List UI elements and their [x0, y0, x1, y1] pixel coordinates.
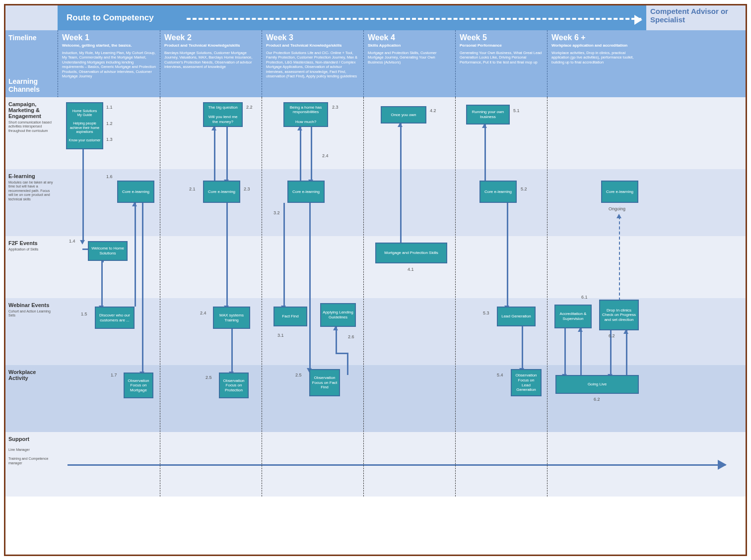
row-title: Support — [8, 436, 55, 442]
lbl-4-1: 4.1 — [408, 267, 414, 272]
week-2-sub: Product and Technical Knowledge/skills — [164, 43, 258, 48]
week-1-sub: Welcome, getting started, the basics. — [62, 43, 156, 48]
dashed-conn — [619, 216, 620, 301]
conn — [135, 203, 136, 307]
lbl-6-2b: 6.2 — [594, 397, 600, 402]
arrow-down-icon — [80, 240, 85, 245]
week-6-title: Week 6 + — [551, 33, 642, 42]
conn — [82, 149, 84, 241]
week-5-title: Week 5 — [460, 33, 543, 42]
card-accreditation: Accreditation & Supervision — [554, 305, 592, 328]
card-once-own: Once you own — [381, 106, 426, 124]
week-3-sub: Product and Technical Knowledge/skills — [266, 43, 359, 48]
week-col-6: Week 6 +Workplace application and accred… — [547, 30, 646, 97]
conn — [309, 203, 311, 369]
timeline-label: Timeline — [8, 34, 55, 42]
week-col-3: Week 3Product and Technical Knowledge/sk… — [262, 30, 363, 97]
row-body — [58, 432, 746, 497]
lbl-6-1: 6.1 — [581, 295, 588, 300]
card-discover: Discover who our customers are ... — [95, 307, 135, 329]
lbl-5-2: 5.2 — [521, 187, 527, 191]
card-obs-protection: Observation Focus on Protection — [219, 373, 249, 398]
card-responsibilities: Being a home has responsibilities How mu… — [283, 102, 328, 127]
conn — [347, 353, 348, 375]
row-title: Webinar Events — [8, 302, 55, 308]
card-mps: Mortgage and Protection Skills — [375, 243, 447, 263]
week-6-sub: Workplace application and accreditation — [551, 43, 642, 48]
dashed-arrow-icon — [187, 18, 641, 20]
row-title: E-learning — [8, 173, 55, 179]
arrow-up-icon — [616, 214, 621, 218]
row-label: E-learningModules can be taken at any ti… — [5, 169, 58, 236]
col-divider — [547, 97, 547, 497]
lbl-5-3: 5.3 — [483, 311, 489, 315]
route-band: Route to Competency — [58, 5, 646, 30]
conn — [300, 127, 301, 181]
row-body — [58, 365, 746, 432]
lbl-3-2: 3.2 — [273, 210, 280, 215]
card-going-live: Going Live — [555, 375, 639, 394]
row-title: Campaign, Marketing & Engagement — [8, 101, 55, 119]
learning-channels-label: Learning Channels — [8, 78, 55, 93]
lbl-1-2: 1.2 — [106, 121, 113, 126]
lbl-3-6: 2.6 — [348, 334, 354, 339]
card-el-w5: Core e-learning — [479, 181, 517, 203]
lbl-2-5: 2.5 — [205, 375, 212, 380]
diagram-frame: Route to Competency Competent Advisor or… — [4, 4, 747, 556]
row-label: Campaign, Marketing & EngagementShort co… — [5, 97, 58, 169]
lbl-3-4: 2.4 — [322, 153, 329, 158]
week-4-desc: Mortgage and Protection Skills, Customer… — [368, 51, 451, 64]
row-label: F2F EventsApplication of Skills — [5, 236, 58, 298]
conn — [336, 353, 348, 354]
conn — [311, 127, 312, 181]
card-obs-leadgen: Observation Focus on Lead Generation — [511, 369, 542, 396]
lbl-5-4: 5.4 — [497, 373, 503, 377]
conn — [522, 326, 523, 369]
conn — [101, 261, 104, 262]
week-col-5: Week 5Personal PerformanceGenerating You… — [455, 30, 547, 97]
week-col-2: Week 2Product and Technical Knowledge/sk… — [160, 30, 262, 97]
conn — [226, 203, 228, 307]
top-left-spacer — [5, 5, 58, 30]
conn — [101, 261, 103, 307]
col-divider — [160, 97, 160, 497]
week-5-desc: Generating Your Own Business, What Great… — [460, 51, 543, 64]
top-band: Route to Competency Competent Advisor or… — [5, 5, 746, 30]
conn — [226, 127, 228, 181]
week-3-title: Week 3 — [266, 33, 359, 42]
lbl-1-6: 1.6 — [106, 174, 113, 179]
lbl-2-1: 2.1 — [189, 187, 196, 191]
row-desc: Modules can be taken at any time but wil… — [8, 181, 55, 201]
week-2-title: Week 2 — [164, 33, 258, 42]
card-obs-factfind: Observation Focus on Fact Find — [309, 369, 340, 396]
col-divider — [262, 97, 262, 497]
row-label: Webinar EventsCohort and Action Learning… — [5, 298, 58, 365]
support-tcm: Training and Competence manager — [8, 457, 55, 465]
col-divider — [363, 97, 364, 497]
lbl-1-1: 1.1 — [106, 105, 113, 110]
card-el-w2: Core e-learning — [203, 181, 240, 203]
card-el-w6: Core e-learning — [601, 181, 638, 203]
lbl-2-2: 2.2 — [246, 105, 253, 110]
conn — [507, 203, 508, 307]
week-5-sub: Personal Performance — [460, 43, 543, 48]
card-lending: Applying Lending Guidelines — [320, 303, 356, 327]
lbl-5-1: 5.1 — [513, 108, 520, 113]
lbl-1-5: 1.5 — [81, 311, 87, 316]
week-col-1: Week 1Welcome, getting started, the basi… — [58, 30, 160, 97]
week-4-sub: Skills Application — [368, 43, 451, 48]
header-left: Timeline Learning Channels — [5, 30, 58, 97]
week-col-4: Week 4Skills ApplicationMortgage and Pro… — [363, 30, 455, 97]
card-el-w3: Core e-learning — [287, 181, 325, 203]
week-1-desc: Induction, My Role, My Learning Plan, My… — [62, 51, 156, 78]
week-3-desc: Our Protection Solutions Life and CIC- O… — [266, 51, 359, 78]
conn — [580, 328, 582, 375]
lbl-2-3: 2.3 — [244, 187, 250, 191]
support-arrow-icon — [68, 464, 726, 466]
row-body — [58, 169, 746, 236]
conn — [484, 124, 486, 181]
row-support: Support Line Manager Training and Compet… — [5, 432, 746, 497]
card-welcome: Welcome to Home Solutions — [88, 241, 128, 261]
row-body — [58, 298, 746, 365]
row-label: Support Line Manager Training and Compet… — [5, 432, 58, 497]
